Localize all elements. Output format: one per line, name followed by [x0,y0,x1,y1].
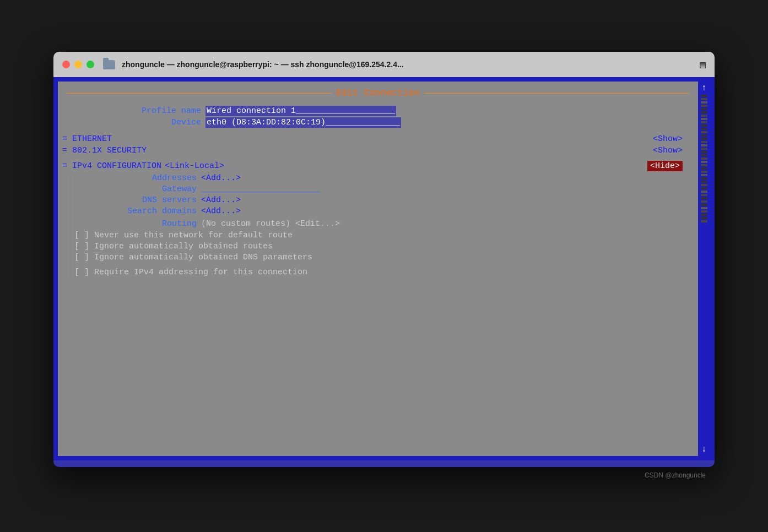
scroll-pip [701,151,707,153]
profile-name-line: Profile name Wired connection 1_________… [62,106,694,116]
close-button[interactable] [62,61,70,68]
scroll-icon: ▤ [700,58,706,70]
ipv4-mode[interactable]: <Link-Local> [165,161,224,171]
routing-value[interactable]: (No custom routes) <Edit...> [201,219,340,229]
minimize-button[interactable] [74,61,82,68]
gateway-line: Gateway ________________________ [71,184,694,194]
terminal-window: zhonguncle — zhonguncle@raspberrypi: ~ —… [53,52,715,467]
scroll-pip [701,214,707,216]
scroll-pip [701,101,707,104]
search-line: Search domains <Add...> [71,207,694,216]
window-title: zhonguncle — zhonguncle@raspberrypi: ~ —… [122,60,404,69]
gateway-label: Gateway [74,184,201,194]
scroll-pip [701,154,707,156]
addresses-line: Addresses <Add...> [71,173,694,183]
dialog-title-line: Edit Connection [62,88,694,98]
scroll-pip [701,200,707,203]
terminal-body: Edit Connection Profile name Wired conne… [53,77,715,460]
bottom-bar [53,460,715,467]
dns-line: DNS servers <Add...> [71,196,694,205]
scroll-pip [701,95,707,97]
ipv4-header: = IPv4 CONFIGURATION <Link-Local> <Hide> [62,161,694,171]
scroll-down-arrow[interactable]: ↓ [701,445,707,454]
scroll-pip [701,105,707,107]
watermark-area: CSDN @zhonguncle [53,467,715,480]
ethernet-section: = ETHERNET <Show> [62,134,694,144]
scroll-pip [701,171,707,173]
ignore-dns-line[interactable]: [ ] Ignore automatically obtained DNS pa… [74,253,694,262]
scroll-pip [701,177,707,180]
ignore-routes-line[interactable]: [ ] Ignore automatically obtained routes [74,242,694,251]
profile-name-value[interactable]: Wired connection 1____________________ [205,106,396,116]
search-value[interactable]: <Add...> [201,207,241,216]
dns-value[interactable]: <Add...> [201,196,241,205]
scroll-pip [701,121,707,123]
scrollbar[interactable]: ↑ [698,82,710,456]
checkbox-group: [ ] Never use this network for default r… [71,231,694,262]
scroll-pip [701,131,707,133]
scroll-pip [701,217,707,219]
scroll-pip [701,158,707,160]
security-show[interactable]: <Show> [653,146,683,155]
scroll-pip [701,144,707,146]
ipv4-hide[interactable]: <Hide> [647,161,683,171]
scroll-pip [701,197,707,199]
scroll-pip [701,164,707,166]
title-right-dash [424,93,689,94]
maximize-button[interactable] [86,61,94,68]
scroll-pip [701,194,707,196]
scroll-pip [701,138,707,140]
scroll-pip [701,134,707,137]
dns-label: DNS servers [74,196,201,205]
dialog-title: Edit Connection [336,88,420,98]
scroll-pip [701,207,707,209]
gateway-value[interactable]: ________________________ [201,184,320,194]
scroll-pip [701,191,707,193]
scroll-pip [701,98,707,100]
scroll-pip [701,115,707,117]
ipv4-fields: Addresses <Add...> Gateway _____________… [70,173,694,277]
search-label: Search domains [74,207,201,216]
scroll-pip [701,204,707,206]
scroll-pip [701,128,707,130]
device-label: Device [62,118,205,127]
scroll-pip [701,181,707,183]
addresses-value[interactable]: <Add...> [201,173,241,183]
scroll-pip [701,174,707,176]
profile-name-label: Profile name [62,106,205,116]
device-line: Device eth0 (D8:3A:DD:82:0C:19)_________… [62,117,694,128]
never-use-line[interactable]: [ ] Never use this network for default r… [74,231,694,240]
scroll-pip [701,161,707,163]
terminal-content: Edit Connection Profile name Wired conne… [58,82,698,456]
scroll-pip [701,187,707,189]
scroll-pip [701,141,707,143]
ethernet-label: = ETHERNET [62,134,653,144]
titlebar: zhonguncle — zhonguncle@raspberrypi: ~ —… [53,52,715,77]
folder-icon [103,60,115,69]
scroll-pip [701,220,707,222]
scroll-up-arrow[interactable]: ↑ [701,84,707,93]
scroll-track [700,95,708,443]
watermark-text: CSDN @zhonguncle [645,471,706,479]
scroll-pip [701,184,707,186]
title-left-dash [67,93,332,94]
require-ipv4-line[interactable]: [ ] Require IPv4 addressing for this con… [71,268,694,277]
security-label: = 802.1X SECURITY [62,146,653,155]
routing-line: Routing (No custom routes) <Edit...> [71,219,694,229]
ethernet-show[interactable]: <Show> [653,134,683,144]
security-section: = 802.1X SECURITY <Show> [62,146,694,155]
scroll-pip [701,118,707,120]
scroll-pip [701,108,707,110]
addresses-label: Addresses [74,173,201,183]
scroll-pip [701,148,707,150]
scroll-pip [701,167,707,170]
scroll-pip [701,124,707,127]
routing-label: Routing [74,219,201,229]
ipv4-label: = IPv4 CONFIGURATION [62,161,161,171]
device-value[interactable]: eth0 (D8:3A:DD:82:0C:19)_______________ [205,117,401,128]
scroll-pip [701,111,707,113]
scroll-pip [701,210,707,213]
